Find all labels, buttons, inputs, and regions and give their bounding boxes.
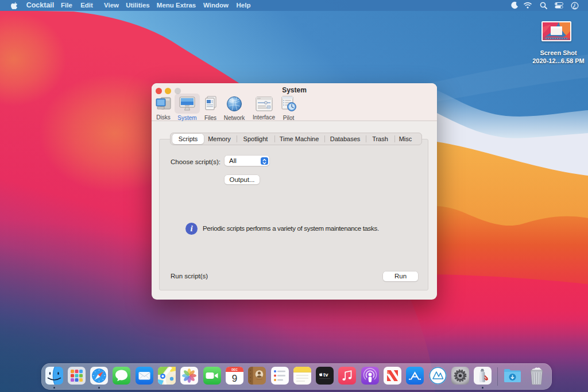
svg-text:9: 9 [232,373,237,384]
svg-text:tv: tv [323,371,328,378]
svg-text:DEC: DEC [231,368,238,371]
